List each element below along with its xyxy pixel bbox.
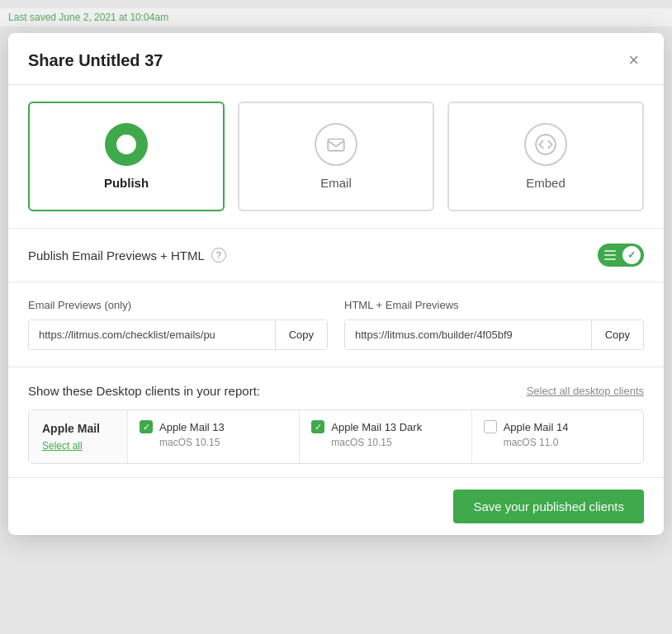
close-button[interactable]: × — [623, 50, 644, 71]
client-os-2: macOS 10.15 — [311, 437, 459, 448]
client-name-2: Apple Mail 13 Dark — [331, 421, 422, 433]
client-group-name: Apple Mail — [42, 422, 114, 435]
email-icon — [315, 123, 357, 166]
client-checkbox-3[interactable] — [484, 420, 497, 433]
url-columns: Email Previews (only) Copy HTML + Email … — [28, 299, 644, 350]
toggle-row: Publish Email Previews + HTML ? ✓ — [8, 229, 664, 282]
client-item-top-3: Apple Mail 14 — [484, 420, 632, 433]
modal-footer: Save your published clients — [8, 477, 664, 535]
last-saved-text: Last saved June 2, 2021 at 10:04am — [8, 12, 168, 23]
toggle-knob: ✓ — [622, 246, 641, 264]
client-items: ✓ Apple Mail 13 macOS 10.15 ✓ Apple Mail… — [128, 410, 643, 463]
clients-title: Show these Desktop clients in your repor… — [28, 384, 260, 398]
client-item-top-2: ✓ Apple Mail 13 Dark — [311, 420, 459, 433]
copy-previews-button[interactable]: Copy — [275, 320, 327, 349]
client-group-header: Apple Mail Select all — [29, 410, 128, 463]
url-section: Email Previews (only) Copy HTML + Email … — [8, 282, 664, 367]
client-os-1: macOS 10.15 — [140, 437, 287, 448]
top-bar: Last saved June 2, 2021 at 10:04am — [0, 8, 672, 26]
tab-embed-label: Embed — [526, 176, 566, 190]
modal-overlay: Last saved June 2, 2021 at 10:04am Share… — [0, 8, 672, 634]
client-checkbox-2[interactable]: ✓ — [311, 420, 324, 433]
toggle-label-area: Publish Email Previews + HTML ? — [28, 248, 226, 263]
toggle-switch[interactable]: ✓ — [598, 244, 644, 267]
modal-title: Share Untitled 37 — [28, 51, 163, 70]
clients-table: Apple Mail Select all ✓ Apple Mail 13 ma… — [28, 409, 644, 464]
url-html-label: HTML + Email Previews — [344, 299, 644, 311]
svg-point-2 — [125, 146, 127, 148]
client-item-top-1: ✓ Apple Mail 13 — [140, 420, 287, 433]
url-previews-input[interactable] — [29, 320, 275, 349]
client-name-3: Apple Mail 14 — [504, 421, 569, 433]
client-group-select-all[interactable]: Select all — [42, 440, 114, 452]
publish-icon — [105, 123, 148, 166]
tab-section: Publish Email Embed — [8, 85, 664, 229]
tab-publish-label: Publish — [104, 176, 149, 190]
url-previews-row: Copy — [28, 319, 328, 350]
client-os-3: macOS 11.0 — [484, 437, 632, 448]
list-item: ✓ Apple Mail 13 Dark macOS 10.15 — [300, 410, 471, 463]
url-html-input[interactable] — [345, 320, 591, 349]
share-modal: Share Untitled 37 × Publish — [8, 33, 664, 535]
tab-embed[interactable]: Embed — [447, 102, 644, 211]
url-column-html: HTML + Email Previews Copy — [344, 299, 644, 350]
modal-header: Share Untitled 37 × — [8, 33, 664, 85]
clients-header: Show these Desktop clients in your repor… — [28, 384, 644, 398]
client-checkbox-1[interactable]: ✓ — [140, 420, 153, 433]
save-clients-button[interactable]: Save your published clients — [453, 490, 644, 523]
tab-email-label: Email — [320, 176, 352, 190]
tab-publish[interactable]: Publish — [28, 102, 225, 211]
list-item: Apple Mail 14 macOS 11.0 — [472, 410, 643, 463]
svg-point-0 — [116, 135, 136, 154]
select-all-desktop-link[interactable]: Select all desktop clients — [527, 385, 644, 397]
copy-html-button[interactable]: Copy — [591, 320, 643, 349]
clients-section: Show these Desktop clients in your repor… — [8, 367, 664, 477]
list-item: ✓ Apple Mail 13 macOS 10.15 — [128, 410, 300, 463]
url-html-row: Copy — [344, 319, 644, 350]
embed-icon — [524, 123, 567, 166]
url-column-previews: Email Previews (only) Copy — [28, 299, 328, 350]
table-row: Apple Mail Select all ✓ Apple Mail 13 ma… — [29, 410, 643, 463]
toggle-lines-decoration — [604, 250, 616, 260]
url-previews-label: Email Previews (only) — [28, 299, 328, 311]
tab-email[interactable]: Email — [238, 102, 434, 211]
svg-rect-3 — [328, 140, 344, 151]
help-icon[interactable]: ? — [211, 248, 226, 263]
toggle-label: Publish Email Previews + HTML — [28, 248, 205, 263]
client-name-1: Apple Mail 13 — [159, 421, 225, 433]
